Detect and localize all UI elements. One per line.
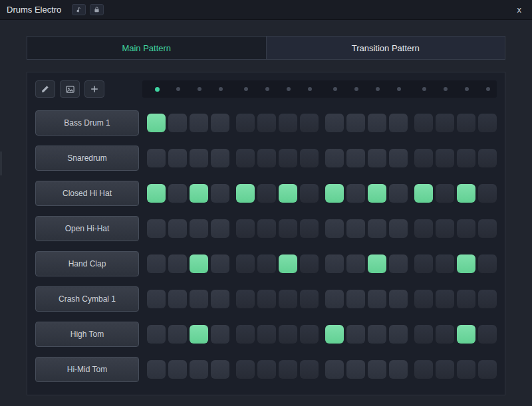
step-cell-off[interactable]	[414, 360, 433, 379]
step-cell-off[interactable]	[436, 149, 454, 167]
step-cell-off[interactable]	[457, 149, 475, 167]
step-cell-off[interactable]	[168, 149, 187, 167]
track-name-button[interactable]: Bass Drum 1	[35, 110, 139, 136]
pencil-icon-button[interactable]	[35, 80, 55, 98]
step-cell-off[interactable]	[300, 149, 319, 167]
step-cell-off[interactable]	[147, 149, 166, 167]
step-cell-off[interactable]	[436, 219, 454, 238]
step-cell-off[interactable]	[414, 114, 433, 132]
step-cell-off[interactable]	[279, 360, 297, 379]
step-cell-off[interactable]	[279, 149, 297, 167]
step-cell-off[interactable]	[457, 219, 475, 238]
step-cell-off[interactable]	[478, 325, 497, 344]
step-cell-on[interactable]	[147, 184, 166, 203]
step-cell-off[interactable]	[300, 184, 319, 203]
step-cell-off[interactable]	[457, 290, 475, 308]
step-cell-off[interactable]	[168, 360, 187, 379]
step-cell-off[interactable]	[346, 254, 365, 273]
step-cell-off[interactable]	[300, 219, 319, 238]
track-name-button[interactable]: Open Hi-Hat	[35, 216, 139, 241]
step-cell-off[interactable]	[389, 184, 408, 203]
step-cell-off[interactable]	[300, 254, 319, 273]
step-cell-off[interactable]	[168, 290, 187, 308]
note-icon-button[interactable]	[72, 4, 86, 15]
step-cell-off[interactable]	[279, 219, 297, 238]
step-cell-off[interactable]	[478, 360, 497, 379]
step-cell-off[interactable]	[168, 114, 187, 132]
step-cell-off[interactable]	[346, 114, 365, 132]
step-cell-off[interactable]	[279, 290, 297, 308]
step-cell-off[interactable]	[325, 149, 344, 167]
step-cell-off[interactable]	[325, 360, 344, 379]
lock-icon-button[interactable]	[90, 4, 104, 15]
step-cell-off[interactable]	[211, 219, 229, 238]
step-cell-off[interactable]	[168, 219, 187, 238]
step-cell-off[interactable]	[368, 149, 386, 167]
step-cell-off[interactable]	[389, 360, 408, 379]
step-cell-off[interactable]	[190, 114, 208, 132]
step-cell-off[interactable]	[236, 254, 255, 273]
step-cell-off[interactable]	[236, 290, 255, 308]
step-cell-on[interactable]	[279, 184, 297, 203]
step-cell-off[interactable]	[389, 114, 408, 132]
step-cell-off[interactable]	[368, 360, 386, 379]
step-cell-off[interactable]	[389, 219, 408, 238]
step-cell-on[interactable]	[279, 254, 297, 273]
step-cell-off[interactable]	[346, 149, 365, 167]
step-cell-off[interactable]	[389, 149, 408, 167]
step-cell-off[interactable]	[279, 325, 297, 344]
step-cell-off[interactable]	[211, 114, 229, 132]
step-cell-off[interactable]	[257, 184, 276, 203]
step-cell-off[interactable]	[414, 325, 433, 344]
step-cell-off[interactable]	[300, 325, 319, 344]
step-cell-off[interactable]	[346, 325, 365, 344]
step-cell-off[interactable]	[436, 325, 454, 344]
step-cell-on[interactable]	[325, 184, 344, 203]
step-cell-off[interactable]	[211, 184, 229, 203]
step-cell-off[interactable]	[211, 290, 229, 308]
step-cell-off[interactable]	[478, 114, 497, 132]
tab-transition-pattern[interactable]: Transition Pattern	[266, 37, 505, 59]
step-cell-off[interactable]	[325, 219, 344, 238]
step-cell-off[interactable]	[147, 290, 166, 308]
step-cell-on[interactable]	[368, 254, 386, 273]
track-name-button[interactable]: Hand Clap	[35, 251, 139, 276]
step-cell-off[interactable]	[168, 254, 187, 273]
step-cell-off[interactable]	[168, 325, 187, 344]
step-cell-off[interactable]	[190, 360, 208, 379]
step-cell-off[interactable]	[389, 254, 408, 273]
tab-main-pattern[interactable]: Main Pattern	[27, 37, 266, 59]
step-cell-off[interactable]	[414, 254, 433, 273]
step-cell-on[interactable]	[190, 325, 208, 344]
step-cell-off[interactable]	[436, 360, 454, 379]
step-cell-off[interactable]	[346, 184, 365, 203]
step-cell-on[interactable]	[368, 184, 386, 203]
step-cell-off[interactable]	[436, 254, 454, 273]
track-name-button[interactable]: Snaredrum	[35, 146, 139, 171]
step-cell-off[interactable]	[257, 290, 276, 308]
step-cell-off[interactable]	[257, 219, 276, 238]
step-cell-off[interactable]	[368, 219, 386, 238]
step-cell-off[interactable]	[478, 254, 497, 273]
step-cell-off[interactable]	[236, 219, 255, 238]
step-cell-off[interactable]	[147, 325, 166, 344]
step-cell-off[interactable]	[300, 290, 319, 308]
step-cell-off[interactable]	[257, 254, 276, 273]
step-cell-off[interactable]	[436, 184, 454, 203]
step-cell-on[interactable]	[236, 184, 255, 203]
step-cell-off[interactable]	[414, 149, 433, 167]
step-cell-off[interactable]	[236, 114, 255, 132]
close-button[interactable]: x	[513, 4, 526, 15]
step-cell-off[interactable]	[478, 290, 497, 308]
step-cell-off[interactable]	[236, 360, 255, 379]
step-cell-off[interactable]	[478, 184, 497, 203]
step-cell-on[interactable]	[325, 325, 344, 344]
step-cell-on[interactable]	[457, 184, 475, 203]
step-cell-off[interactable]	[414, 219, 433, 238]
step-cell-off[interactable]	[211, 149, 229, 167]
pattern-copy-icon-button[interactable]	[60, 80, 80, 98]
step-cell-off[interactable]	[325, 254, 344, 273]
step-cell-off[interactable]	[190, 219, 208, 238]
step-cell-off[interactable]	[346, 360, 365, 379]
step-cell-off[interactable]	[236, 149, 255, 167]
